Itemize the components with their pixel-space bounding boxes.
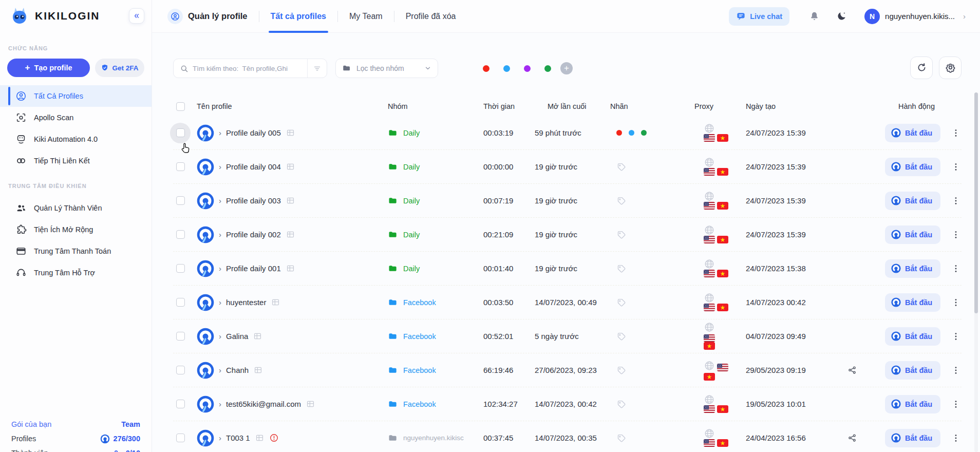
us-flag-icon[interactable]: [717, 364, 728, 371]
tag-icon[interactable]: [616, 196, 627, 206]
table-row[interactable]: › test65kiki@gmail.com Facebook 102:34:2…: [173, 387, 962, 421]
start-button[interactable]: Bắt đầu: [885, 158, 940, 176]
tag-color-dot[interactable]: [524, 65, 531, 72]
expand-chevron-icon[interactable]: ›: [219, 196, 221, 205]
group-name[interactable]: Facebook: [403, 332, 436, 341]
globe-icon[interactable]: [704, 360, 715, 371]
vietnam-flag-icon[interactable]: [717, 304, 728, 311]
expand-chevron-icon[interactable]: ›: [219, 366, 221, 374]
start-button[interactable]: Bắt đầu: [885, 361, 940, 380]
expand-chevron-icon[interactable]: ›: [219, 162, 221, 171]
start-button[interactable]: Bắt đầu: [885, 327, 940, 346]
row-menu-kebab-icon[interactable]: [951, 331, 961, 342]
table-row[interactable]: › Galina Facebook 00:52:01 5 ngày trước …: [173, 319, 962, 353]
vietnam-flag-icon[interactable]: [717, 439, 728, 447]
tab-my-team[interactable]: My Team: [349, 0, 383, 33]
table-row[interactable]: › Profile daily 003 Daily 00:07:19 19 gi…: [173, 184, 962, 218]
expand-chevron-icon[interactable]: ›: [219, 298, 221, 307]
refresh-button[interactable]: [910, 56, 933, 79]
header-mo-lan-cuoi[interactable]: Mở lần cuối: [535, 102, 616, 110]
select-all-checkbox[interactable]: [176, 102, 185, 111]
globe-icon[interactable]: [704, 428, 715, 439]
sidebar-item-apollo-scan[interactable]: Apollo Scan: [0, 107, 152, 128]
search-input[interactable]: [193, 65, 307, 72]
sidebar-item-trung-t-m-h-tr-[interactable]: Trung Tâm Hỗ Trợ: [0, 262, 152, 284]
table-row[interactable]: › Profile daily 004 Daily 00:00:00 19 gi…: [173, 150, 962, 184]
row-menu-kebab-icon[interactable]: [951, 433, 961, 443]
search-filter-icon[interactable]: [307, 59, 327, 78]
globe-icon[interactable]: [704, 394, 715, 405]
group-name[interactable]: Facebook: [403, 366, 436, 374]
share-icon[interactable]: [847, 365, 857, 375]
header-nhan[interactable]: Nhãn: [610, 102, 704, 110]
tag-icon[interactable]: [616, 230, 627, 240]
tag-icon[interactable]: [616, 433, 627, 443]
notifications-bell-icon[interactable]: [809, 11, 820, 22]
row-checkbox[interactable]: [176, 434, 185, 442]
add-tag-button[interactable]: +: [560, 62, 573, 74]
tag-icon[interactable]: [616, 263, 627, 274]
group-name[interactable]: Facebook: [403, 298, 436, 307]
group-name[interactable]: Daily: [403, 197, 420, 205]
globe-icon[interactable]: [704, 258, 715, 270]
vietnam-flag-icon[interactable]: [717, 270, 728, 277]
group-name[interactable]: Facebook: [403, 400, 436, 408]
row-checkbox[interactable]: [176, 264, 185, 273]
row-menu-kebab-icon[interactable]: [951, 365, 961, 375]
vietnam-flag-icon[interactable]: [717, 236, 728, 243]
live-chat-button[interactable]: Live chat: [729, 7, 789, 26]
scrollbar-track[interactable]: [974, 92, 978, 452]
settings-button[interactable]: [939, 56, 962, 79]
sidebar-item-t-t-c-profiles[interactable]: Tất Cả Profiles: [0, 85, 152, 107]
vietnam-flag-icon[interactable]: [717, 202, 728, 210]
header-ten-profile[interactable]: Tên profile: [197, 102, 388, 110]
start-button[interactable]: Bắt đầu: [885, 395, 940, 413]
tag-icon[interactable]: [616, 162, 627, 172]
group-name[interactable]: nguyenhuyen.kikisc: [403, 434, 464, 442]
sidebar-item-ti-p-th-li-n-k-t[interactable]: Tiếp Thị Liên Kết: [0, 150, 152, 172]
table-row[interactable]: › T003 1 nguyenhuyen.kikisc 00:37:45 14/…: [173, 421, 962, 452]
row-menu-kebab-icon[interactable]: [951, 230, 961, 240]
row-checkbox[interactable]: [176, 128, 185, 137]
row-checkbox[interactable]: [176, 196, 185, 205]
globe-icon[interactable]: [704, 191, 715, 202]
row-checkbox[interactable]: [176, 230, 185, 239]
header-hanh-dong[interactable]: Hành động: [885, 102, 962, 110]
sidebar-item-ti-n-ch-m-r-ng[interactable]: Tiện Ích Mở Rộng: [0, 219, 152, 240]
row-checkbox[interactable]: [176, 162, 185, 171]
group-name[interactable]: Daily: [403, 163, 420, 171]
expand-chevron-icon[interactable]: ›: [219, 434, 221, 442]
vietnam-flag-icon[interactable]: [704, 373, 715, 381]
warning-icon[interactable]: [269, 433, 279, 443]
table-row[interactable]: › Profile daily 001 Daily 00:01:40 19 gi…: [173, 252, 962, 286]
chevron-right-icon[interactable]: ›: [963, 12, 966, 21]
start-button[interactable]: Bắt đầu: [885, 225, 940, 244]
expand-chevron-icon[interactable]: ›: [219, 264, 221, 273]
start-button[interactable]: Bắt đầu: [885, 293, 940, 312]
tag-icon[interactable]: [616, 399, 627, 409]
group-filter-dropdown[interactable]: Lọc theo nhóm: [335, 59, 438, 78]
dark-mode-moon-icon[interactable]: [836, 11, 847, 22]
globe-icon[interactable]: [704, 157, 715, 168]
share-icon[interactable]: [847, 433, 857, 443]
start-button[interactable]: Bắt đầu: [885, 192, 940, 210]
start-button[interactable]: Bắt đầu: [885, 124, 940, 142]
table-row[interactable]: › Profile daily 002 Daily 00:21:09 19 gi…: [173, 218, 962, 252]
sidebar-item-kiki-automation-4-0[interactable]: Kiki Automation 4.0: [0, 128, 152, 150]
globe-icon[interactable]: [704, 224, 715, 236]
vietnam-flag-icon[interactable]: [704, 342, 715, 350]
table-row[interactable]: › huyentester Facebook 00:03:50 14/07/20…: [173, 286, 962, 319]
table-row[interactable]: › Profile daily 005 Daily 00:03:19 59 ph…: [173, 116, 962, 150]
header-proxy[interactable]: Proxy: [694, 102, 746, 110]
us-flag-icon[interactable]: [704, 202, 715, 210]
start-button[interactable]: Bắt đầu: [885, 259, 940, 278]
us-flag-icon[interactable]: [704, 134, 715, 142]
tag-color-dot[interactable]: [483, 65, 489, 72]
row-checkbox[interactable]: [176, 366, 185, 374]
tab-profile-x-a[interactable]: Profile đã xóa: [406, 0, 456, 33]
tag-color-dot[interactable]: [503, 65, 510, 72]
row-checkbox[interactable]: [176, 332, 185, 341]
vietnam-flag-icon[interactable]: [717, 405, 728, 413]
sidebar-collapse-button[interactable]: [129, 8, 144, 24]
header-nhom[interactable]: Nhóm: [388, 102, 483, 110]
